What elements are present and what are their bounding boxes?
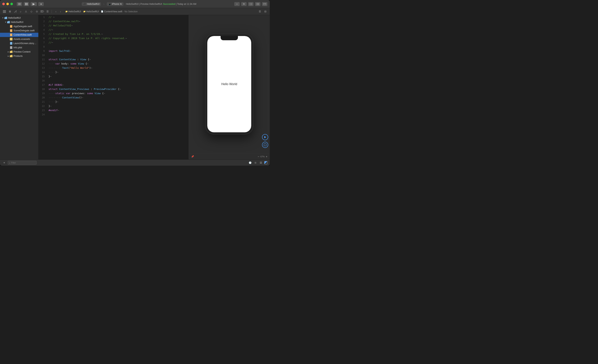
breadcrumb-group[interactable]: 📁 HelloSwiftUI <box>83 10 99 13</box>
filter-input-wrapper[interactable]: ⌕ <box>8 161 37 165</box>
filter-input[interactable] <box>11 162 35 164</box>
project-disclosure: ▼ <box>4 21 7 24</box>
inspector-panel-icon[interactable]: ⊟ <box>263 9 267 14</box>
project-chip[interactable]: ⬛ HelloSwiftUI <box>82 2 101 6</box>
test-icon[interactable]: ◇ <box>29 9 33 14</box>
breadcrumb-selection[interactable]: No Selection <box>125 10 138 13</box>
svg-rect-4 <box>27 3 28 4</box>
preview-controls <box>262 134 268 148</box>
root-folder-icon <box>4 16 7 19</box>
maximize-button[interactable] <box>10 3 13 5</box>
code-line-18: struct ContentView_Previews : PreviewPro… <box>49 87 186 91</box>
preview-disclosure: ▶ <box>7 50 10 53</box>
photo-icon[interactable]: 🖼 <box>259 161 263 165</box>
pin-icon[interactable]: 📌 <box>191 155 194 158</box>
source-control-icon[interactable]: ⎇ <box>13 9 17 14</box>
svg-rect-12 <box>263 3 266 5</box>
zoom-plus-button[interactable]: + <box>266 155 267 158</box>
preview-inspect-button[interactable] <box>262 142 268 148</box>
tree-project[interactable]: ▼ HelloSwiftUI <box>0 20 38 24</box>
nav-arrows: ‹ › <box>54 9 63 14</box>
close-button[interactable] <box>2 3 5 5</box>
code-line-14: ····}~ <box>49 70 186 74</box>
folder-label-preview: Preview Content <box>14 50 37 53</box>
breakpoints-icon[interactable]: ⌦ <box>40 9 44 14</box>
folder-label-products: Products <box>14 55 37 58</box>
code-line-10 <box>49 53 186 58</box>
code-line-16 <box>49 79 186 83</box>
project-name: HelloSwiftUI <box>87 3 100 5</box>
tree-root[interactable]: ▼ HelloSwiftUI <box>0 16 38 20</box>
zoom-minus-button[interactable]: − <box>258 155 259 158</box>
code-line-19: ····static var previews: some View {~ <box>49 91 186 96</box>
svg-rect-9 <box>257 3 259 5</box>
tree-file-scenedelegate[interactable]: ▶ S SceneDelegate.swift <box>0 28 38 33</box>
filter-search-icon: ⌕ <box>9 162 10 164</box>
split-editor-button[interactable]: ⧉ <box>241 2 247 6</box>
preview-bottom-bar: 📌 − 67% + <box>189 153 270 159</box>
file-label-contentview: ContentView.swift <box>14 33 37 36</box>
file-label-assets: Assets.xcassets <box>14 38 37 41</box>
root-label: HelloSwiftUI <box>8 17 37 19</box>
tree-file-infoplist[interactable]: ▶ Info.plist <box>0 45 38 50</box>
layout-button-2[interactable] <box>255 2 260 6</box>
svg-rect-25 <box>10 46 12 49</box>
project-folder-icon <box>7 21 10 24</box>
minimize-button[interactable] <box>6 3 9 5</box>
code-line-21: ····}~ <box>49 100 186 104</box>
project-icon: ⬛ <box>83 3 86 5</box>
preview-play-button[interactable] <box>262 134 268 140</box>
stop-button[interactable]: ■ <box>38 2 44 6</box>
search-icon[interactable]: ⌕ <box>18 9 23 14</box>
code-line-8 <box>49 45 186 49</box>
grid-view-button[interactable] <box>24 2 29 6</box>
grid-icon[interactable]: ⊞ <box>254 161 257 165</box>
run-button[interactable]: ▶ <box>31 2 37 6</box>
forward-button[interactable]: › <box>58 9 63 14</box>
code-editor[interactable]: 1 2 3 4 5 6 7 8 9 10 11 12 13 14 15 16 1… <box>39 15 189 159</box>
code-line-13: ········Text("Hello World")~ <box>49 66 186 70</box>
tree-folder-products[interactable]: ▶ Products <box>0 54 38 58</box>
add-file-button[interactable]: + <box>2 161 6 165</box>
swift-file-icon-3: S <box>10 33 13 36</box>
svg-rect-16 <box>3 12 6 13</box>
file-label-infoplist: Info.plist <box>14 46 37 49</box>
file-label-launchscreen: LaunchScreen.storyboard <box>14 42 37 45</box>
tree-file-appdelegate[interactable]: ▶ S AppDelegate.swift <box>0 24 38 28</box>
clock-icon[interactable]: 🕐 <box>248 161 252 165</box>
layout-button-3[interactable] <box>262 2 267 6</box>
code-line-5: // Created by Tien Le P. on 7/3/19.~ <box>49 32 186 36</box>
layout-button-1[interactable] <box>248 2 254 6</box>
preview-panel: Hello World 📌 − <box>189 15 270 159</box>
device-chip[interactable]: 📱 iPhone Xr <box>107 2 124 6</box>
tree-folder-preview[interactable]: ▶ Preview Content <box>0 50 38 54</box>
sidebar-toggle-button[interactable] <box>17 2 22 6</box>
file-breadcrumb: 📁 HelloSwiftUI › 📁 HelloSwiftUI › 📄 Cont… <box>65 10 138 13</box>
toolbar: ⊞ ⎇ ⌕ ⚠ ◇ ⊙ ⌦ ☰ ‹ › 📁 HelloSwiftUI › 📁 H… <box>0 8 270 15</box>
debug-icon[interactable]: ⊙ <box>35 9 39 14</box>
breadcrumb-file[interactable]: 📄 ContentView.swift <box>101 10 122 13</box>
svg-marker-26 <box>264 136 266 138</box>
navigator-icon[interactable] <box>2 9 7 14</box>
code-text[interactable]: // ~ // ContentView.swift~ // HelloSwift… <box>46 15 189 159</box>
breadcrumb-project[interactable]: 📁 HelloSwiftUI <box>65 10 81 13</box>
color-icon[interactable] <box>264 161 267 164</box>
zoom-controls: − 67% + <box>258 155 267 158</box>
add-button[interactable]: + <box>234 2 240 6</box>
tree-file-assets[interactable]: ▶ Assets.xcassets <box>0 37 38 41</box>
toolbar-separator <box>52 10 52 13</box>
svg-rect-0 <box>18 3 21 3</box>
inspector-list-icon[interactable]: ☰ <box>258 9 262 14</box>
svg-rect-27 <box>264 144 266 146</box>
tree-file-contentview[interactable]: ▶ S ContentView.swift <box>0 33 38 37</box>
back-button[interactable]: ‹ <box>54 9 58 14</box>
tree-file-launchscreen[interactable]: ▶ LaunchScreen.storyboard <box>0 41 38 45</box>
reports-icon[interactable]: ☰ <box>45 9 50 14</box>
code-line-6: // Copyright © 2019 Tien Le P. All right… <box>49 36 186 41</box>
project-label: HelloSwiftUI <box>11 21 37 24</box>
warning-icon[interactable]: ⚠ <box>24 9 28 14</box>
hierarchy-icon[interactable]: ⊞ <box>8 9 12 14</box>
iphone-screen: Hello World <box>207 36 251 132</box>
assets-file-icon <box>10 38 13 41</box>
device-icon: 📱 <box>108 3 111 5</box>
